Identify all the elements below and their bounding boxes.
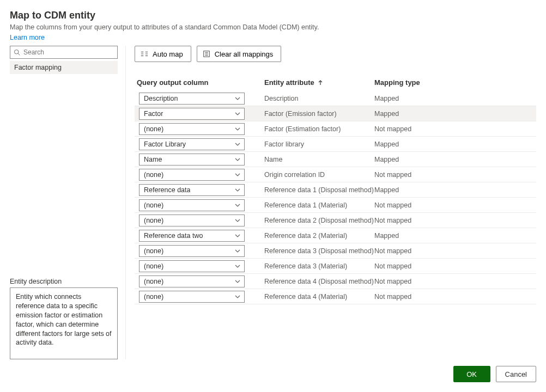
query-column-value: Name [144,156,162,163]
query-column-value: (none) [144,171,163,179]
query-column-value: (none) [144,217,163,224]
query-column-dropdown[interactable]: Name [139,154,245,166]
attribute-cell: Reference data 2 (Material) [264,232,374,240]
page-title: Map to CDM entity [10,10,536,21]
chevron-down-icon [234,156,241,163]
attribute-cell: Reference data 1 (Disposal method) [264,186,374,194]
query-cell: (none) [135,169,264,181]
ok-button[interactable]: OK [453,366,490,382]
mapping-type-cell: Mapped [374,110,536,118]
query-column-dropdown[interactable]: (none) [139,123,245,135]
table-row: FactorFactor (Emission factor)Mapped [135,106,536,121]
query-column-value: (none) [144,201,163,209]
query-cell: (none) [135,291,264,303]
mapping-type-cell: Not mapped [374,262,536,270]
column-header-query[interactable]: Query output column [135,78,264,87]
chevron-down-icon [234,278,241,285]
query-column-dropdown[interactable]: Factor Library [139,138,245,150]
query-cell: Reference data [135,184,264,196]
entity-description-label: Entity description [10,278,118,285]
query-column-dropdown[interactable]: Factor [139,108,245,120]
entity-description-box: Entity which connects reference data to … [10,287,118,359]
attribute-cell: Factor library [264,140,374,148]
query-cell: (none) [135,123,264,135]
attribute-cell: Factor (Emission factor) [264,110,374,118]
query-column-value: Reference data [144,186,190,194]
search-icon [14,49,20,56]
clear-all-label: Clear all mappings [215,50,274,58]
query-column-value: (none) [144,278,163,285]
mapping-type-cell: Not mapped [374,201,536,209]
mapping-type-cell: Not mapped [374,247,536,255]
query-column-dropdown[interactable]: Reference data two [139,230,245,242]
query-cell: (none) [135,260,264,272]
sort-asc-icon [318,80,323,85]
attribute-cell: Factor (Estimation factor) [264,125,374,133]
query-cell: Reference data two [135,230,264,242]
query-column-dropdown[interactable]: (none) [139,245,245,257]
chevron-down-icon [234,248,241,254]
auto-map-icon [141,50,148,58]
table-row: Factor LibraryFactor libraryMapped [135,137,536,152]
query-column-value: Reference data two [144,232,203,240]
table-row: (none)Reference data 3 (Disposal method)… [135,243,536,259]
query-column-dropdown[interactable]: (none) [139,275,245,287]
chevron-down-icon [234,293,241,300]
attribute-cell: Description [264,95,374,102]
svg-line-1 [18,53,20,55]
chevron-down-icon [234,217,241,224]
query-column-value: Description [144,95,178,102]
query-column-dropdown[interactable]: (none) [139,169,245,181]
query-cell: Factor [135,108,264,120]
attribute-cell: Reference data 2 (Disposal method) [264,217,374,224]
attribute-cell: Reference data 1 (Material) [264,201,374,209]
mapping-type-cell: Not mapped [374,217,536,224]
mapping-type-cell: Mapped [374,95,536,102]
page-subtitle: Map the columns from your query output t… [10,23,536,31]
query-column-dropdown[interactable]: (none) [139,199,245,211]
table-row: (none)Reference data 4 (Material)Not map… [135,289,536,304]
query-column-value: Factor [144,110,163,118]
chevron-down-icon [234,126,241,132]
learn-more-link[interactable]: Learn more [10,34,45,41]
table-row: (none)Reference data 3 (Material)Not map… [135,259,536,274]
query-cell: Name [135,154,264,166]
query-column-dropdown[interactable]: Description [139,93,245,105]
chevron-down-icon [234,111,241,117]
query-column-value: (none) [144,125,163,133]
table-row: DescriptionDescriptionMapped [135,91,536,106]
column-header-attribute[interactable]: Entity attribute [264,78,374,87]
query-column-dropdown[interactable]: Reference data [139,184,245,196]
query-column-dropdown[interactable]: (none) [139,291,245,303]
mapping-type-cell: Not mapped [374,125,536,133]
attribute-cell: Reference data 4 (Material) [264,293,374,301]
mapping-type-cell: Mapped [374,186,536,194]
search-input[interactable] [20,48,114,57]
chevron-down-icon [234,202,241,209]
attribute-cell: Origin correlation ID [264,171,374,179]
chevron-down-icon [234,232,241,239]
main-panel: Auto map Clear all mappings Query output… [135,46,536,359]
query-column-dropdown[interactable]: (none) [139,215,245,226]
search-input-wrapper[interactable] [10,46,118,59]
chevron-down-icon [234,263,241,270]
mapping-type-cell: Mapped [374,232,536,240]
chevron-down-icon [234,141,241,148]
cancel-button[interactable]: Cancel [496,366,536,382]
sidebar-item-factor-mapping[interactable]: Factor mapping [10,61,118,74]
mapping-type-cell: Not mapped [374,278,536,285]
chevron-down-icon [234,95,241,102]
table-row: Reference dataReference data 1 (Disposal… [135,182,536,198]
query-cell: (none) [135,245,264,257]
clear-all-mappings-button[interactable]: Clear all mappings [197,46,282,62]
table-row: NameNameMapped [135,152,536,167]
table-row: Reference data twoReference data 2 (Mate… [135,228,536,243]
mapping-type-cell: Not mapped [374,293,536,301]
query-cell: Description [135,93,264,105]
query-column-dropdown[interactable]: (none) [139,260,245,272]
query-column-value: (none) [144,293,163,301]
clear-mappings-icon [203,50,210,58]
attribute-cell: Reference data 4 (Disposal method) [264,278,374,285]
auto-map-button[interactable]: Auto map [135,46,191,62]
column-header-mapping-type[interactable]: Mapping type [374,78,536,87]
